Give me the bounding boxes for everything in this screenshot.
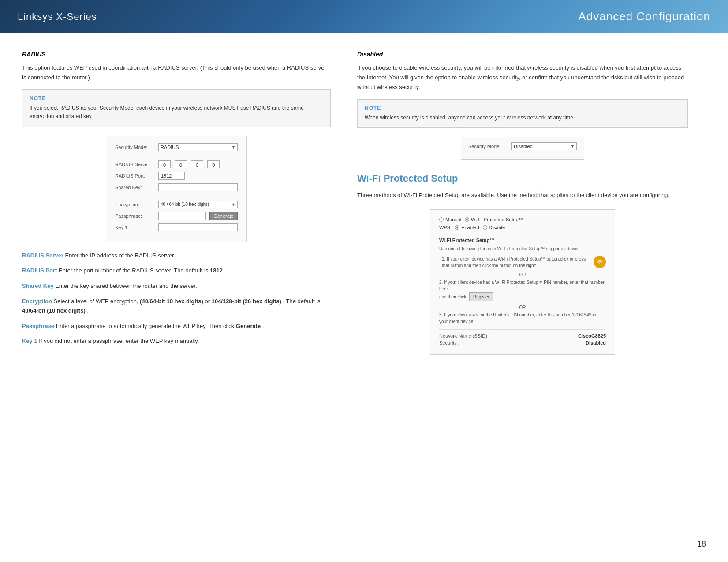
disabled-intro: If you choose to disable wireless securi…	[357, 63, 688, 92]
radius-port-label: RADIUS Port:	[115, 173, 155, 179]
wps-item-3: 3. If your client asks for the Router's …	[439, 312, 606, 325]
shared-key-desc: Shared Key Enter the key shared between …	[22, 282, 331, 291]
radius-note-title: NOTE	[30, 95, 323, 101]
ip-part-4[interactable]: 0	[207, 160, 220, 168]
wps-security-value: Disabled	[586, 340, 606, 346]
wps-security-row: Security : Disabled	[439, 340, 606, 346]
radio-wifi[interactable]: Wi-Fi Protected Setup™	[465, 217, 523, 222]
key1-input[interactable]	[158, 223, 238, 231]
wifi-setup-section: Wi-Fi Protected Setup Three methods of W…	[357, 173, 688, 354]
key1-desc: Key 1 If you did not enter a passphrase,…	[22, 337, 331, 346]
divider-2	[115, 196, 238, 196]
disabled-note-box: NOTE When wireless security is disabled,…	[357, 99, 688, 128]
passphrase-label: Passphrase:	[115, 213, 155, 219]
radius-port-input[interactable]: 1812	[158, 172, 185, 180]
encryption-desc-label: Encryption	[22, 298, 52, 305]
radio-disable-dot	[483, 225, 487, 230]
encryption-option2: 104/128-bit (26 hex digits)	[212, 298, 281, 305]
wps-item-2-text: 2. If your client device has a Wi-Fi Pro…	[439, 279, 606, 301]
header: Linksys X-Series Advanced Configuration	[0, 0, 728, 33]
radio-manual-label: Manual	[445, 217, 461, 222]
radius-note-box: NOTE If you select RADIUS as your Securi…	[22, 89, 331, 127]
wps-network-name-row: Network Name (SSID) : CiscoG8825	[439, 333, 606, 339]
wps-enable-row: WPS: Enabled Disable	[439, 225, 606, 230]
disabled-screenshot: Security Mode: Disabled ▼	[461, 137, 584, 160]
wps-label: WPS:	[439, 225, 452, 230]
left-column: RADIUS This option features WEP used in …	[22, 51, 331, 355]
radius-intro: This option features WEP used in coordin…	[22, 63, 331, 82]
wps-inner-title: Wi-Fi Protected Setup™	[439, 238, 606, 243]
wps-network-name-label: Network Name (SSID) :	[439, 333, 490, 339]
header-title-left: Linksys X-Series	[18, 11, 97, 22]
security-mode-label: Security Mode:	[115, 145, 155, 150]
wifi-setup-title: Wi-Fi Protected Setup	[357, 173, 688, 184]
main-content: RADIUS This option features WEP used in …	[0, 33, 728, 372]
wps-item-3-text: 3. If your client asks for the Router's …	[439, 312, 606, 325]
wps-or-1: OR	[439, 272, 606, 277]
radius-server-row: RADIUS Server: 0 . 0 . 0 . 0	[115, 160, 238, 168]
radio-enabled[interactable]: Enabled	[455, 225, 479, 230]
radio-enabled-label: Enabled	[461, 225, 479, 230]
radius-port-desc-text: Enter the port number of the RADIUS serv…	[59, 267, 210, 274]
header-title-right: Advanced Configuration	[578, 10, 710, 23]
radio-wifi-label: Wi-Fi Protected Setup™	[471, 217, 523, 222]
disabled-section: Disabled If you choose to disable wirele…	[357, 51, 688, 160]
key1-desc-label: Key 1	[22, 338, 37, 344]
radius-server-label: RADIUS Server:	[115, 162, 155, 167]
passphrase-desc-text: Enter a passphrase to automatically gene…	[56, 323, 236, 329]
security-mode-arrow: ▼	[231, 145, 235, 149]
radius-server-desc-label: RADIUS Server	[22, 252, 63, 259]
disabled-title: Disabled	[357, 51, 688, 58]
key1-label: Key 1:	[115, 225, 155, 230]
ip-part-2[interactable]: 0	[175, 160, 187, 168]
passphrase-generate-ref: Generate	[236, 323, 261, 329]
wps-item-1-text: 1. If your client device has a Wi-Fi Pro…	[442, 256, 591, 269]
wifi-setup-intro: Three methods of Wi-Fi Protected Setup a…	[357, 190, 688, 200]
encryption-arrow: ▼	[231, 202, 235, 207]
disabled-security-arrow: ▼	[571, 144, 575, 149]
wps-top-radio-row: Manual Wi-Fi Protected Setup™	[439, 217, 606, 222]
encryption-label: Encryption:	[115, 202, 155, 207]
wps-item-1: 1. If your client device has a Wi-Fi Pro…	[439, 256, 606, 269]
disabled-security-mode-row: Security Mode: Disabled ▼	[468, 142, 577, 150]
wps-item-2: 2. If your client device has a Wi-Fi Pro…	[439, 279, 606, 301]
passphrase-row: Passphrase: Generate	[115, 212, 238, 220]
encryption-default: 40/64-bit (10 hex digits)	[22, 307, 86, 314]
radius-port-desc-label: RADIUS Port	[22, 267, 57, 274]
radius-server-ip: 0 . 0 . 0 . 0	[158, 160, 238, 168]
wps-network-name-value: CiscoG8825	[578, 333, 606, 339]
disabled-note-text: When wireless security is disabled, anyo…	[365, 114, 680, 122]
generate-button[interactable]: Generate	[209, 212, 238, 220]
divider-1	[115, 156, 238, 156]
encryption-desc-text: Select a level of WEP encryption,	[54, 298, 140, 305]
radius-port-row: RADIUS Port: 1812	[115, 172, 238, 180]
security-mode-select[interactable]: RADIUS ▼	[158, 143, 238, 151]
radius-title: RADIUS	[22, 51, 331, 58]
shared-key-label: Shared Key:	[115, 185, 155, 190]
wps-inner-desc: Use one of following for each Wi-Fi Prot…	[439, 246, 606, 252]
encryption-row: Encryption: 40 / 64-bit (10 hex digits) …	[115, 201, 238, 208]
radio-enabled-dot	[455, 225, 459, 230]
disabled-note-title: NOTE	[365, 105, 680, 111]
wps-item-2-post: and then click	[439, 294, 466, 299]
radius-port-default: 1812	[210, 267, 223, 274]
wps-or-2: OR	[439, 305, 606, 310]
encryption-select[interactable]: 40 / 64-bit (10 hex digits) ▼	[158, 201, 238, 208]
passphrase-desc: Passphrase Enter a passphrase to automat…	[22, 322, 331, 331]
ip-part-1[interactable]: 0	[158, 160, 171, 168]
key1-desc-text: If you did not enter a passphrase, enter…	[39, 338, 199, 344]
wps-screenshot-box: Manual Wi-Fi Protected Setup™ WPS: Enabl…	[430, 209, 615, 355]
radius-screenshot: Security Mode: RADIUS ▼ RADIUS Server: 0…	[106, 136, 247, 242]
radio-manual[interactable]: Manual	[439, 217, 461, 222]
radio-disable[interactable]: Disable	[483, 225, 505, 230]
radio-disable-label: Disable	[489, 225, 505, 230]
register-button[interactable]: Register	[469, 292, 493, 301]
disabled-security-select[interactable]: Disabled ▼	[511, 142, 577, 150]
passphrase-input[interactable]	[158, 212, 206, 220]
radio-wifi-dot	[465, 217, 469, 222]
radius-server-desc: RADIUS Server Enter the IP address of th…	[22, 251, 331, 261]
radio-manual-dot	[439, 217, 444, 222]
shared-key-input[interactable]	[158, 183, 238, 191]
wps-wifi-icon[interactable]	[594, 256, 606, 268]
ip-part-3[interactable]: 0	[191, 160, 203, 168]
